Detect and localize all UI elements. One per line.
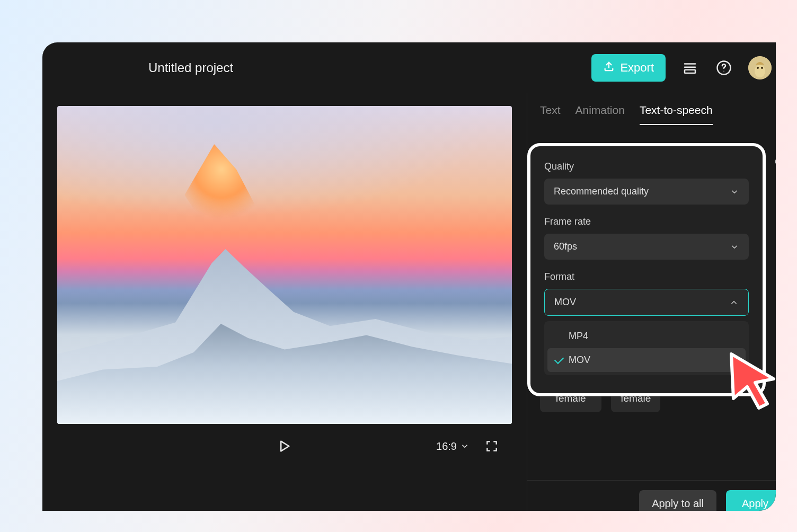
format-value: MOV: [554, 297, 576, 308]
svg-point-2: [723, 71, 724, 72]
preview-column: 16:9: [42, 93, 527, 511]
aspect-ratio-value: 16:9: [436, 440, 457, 453]
chevron-down-icon: [730, 242, 739, 252]
svg-point-6: [761, 67, 763, 69]
apply-row: Apply to all Apply: [527, 480, 776, 511]
zoom-out-icon[interactable]: [621, 510, 640, 511]
format-options: MP4 MOV: [544, 321, 749, 375]
preview-canvas[interactable]: [57, 106, 512, 424]
svg-marker-7: [281, 441, 289, 451]
quality-select[interactable]: Recommended quality: [544, 179, 749, 205]
chevron-down-icon: [730, 187, 739, 197]
format-option-mp4[interactable]: MP4: [547, 324, 746, 348]
export-popover: Quality Recommended quality Frame rate 6…: [527, 143, 766, 396]
chevron-down-icon: [460, 441, 470, 451]
topbar: Untitled project Export: [42, 42, 776, 93]
panel-tabs: Text Animation Text-to-speech: [527, 93, 776, 125]
svg-point-5: [757, 67, 759, 69]
apply-to-all-button[interactable]: Apply to all: [639, 490, 716, 511]
export-button-label: Export: [620, 61, 654, 75]
help-icon[interactable]: [714, 58, 733, 77]
preview-controls: 16:9: [42, 424, 527, 475]
export-button[interactable]: Export: [591, 54, 666, 82]
project-title: Untitled project: [148, 60, 233, 75]
framerate-value: 60fps: [554, 241, 577, 252]
tts-obscured-labels: eller ive le can le: [774, 156, 776, 330]
apply-button[interactable]: Apply: [726, 490, 776, 511]
framerate-label: Frame rate: [544, 216, 749, 227]
fullscreen-icon[interactable]: [482, 437, 501, 456]
quality-label: Quality: [544, 161, 749, 172]
topbar-actions: Export: [591, 54, 772, 82]
play-button[interactable]: [274, 437, 294, 456]
aspect-ratio-select[interactable]: 16:9: [436, 440, 470, 453]
format-select[interactable]: MOV: [544, 289, 749, 316]
format-option-mov[interactable]: MOV: [547, 348, 746, 372]
zoom-bar: [599, 510, 776, 511]
quality-value: Recommended quality: [554, 186, 649, 197]
chevron-up-icon: [729, 298, 739, 307]
upload-icon: [603, 60, 615, 75]
format-label: Format: [544, 271, 749, 282]
svg-rect-0: [685, 70, 695, 73]
framerate-select[interactable]: 60fps: [544, 234, 749, 260]
tab-text[interactable]: Text: [540, 104, 561, 125]
zoom-in-icon[interactable]: [765, 510, 776, 511]
tab-text-to-speech[interactable]: Text-to-speech: [640, 104, 713, 125]
avatar[interactable]: [748, 56, 772, 79]
svg-point-4: [755, 65, 765, 77]
stack-icon[interactable]: [680, 58, 699, 77]
tab-animation[interactable]: Animation: [575, 104, 625, 125]
